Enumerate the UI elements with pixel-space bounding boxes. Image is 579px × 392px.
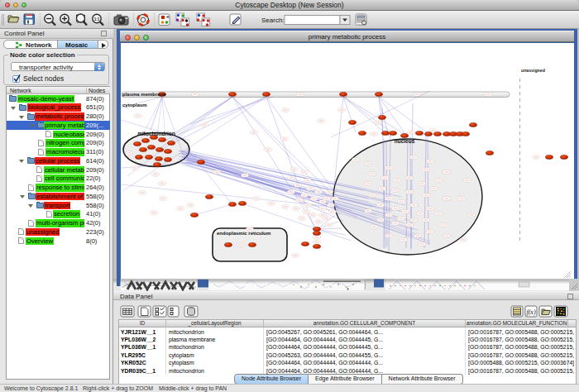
svg-text:nucleus: nucleus [395,138,415,144]
svg-text:f(x): f(x) [526,308,535,316]
svg-text:unassigned: unassigned [521,68,545,73]
svg-text:cytoplasm: cytoplasm [122,103,147,108]
svg-text:1:1: 1:1 [94,17,100,22]
svg-text:mitochondrion: mitochondrion [137,131,175,136]
svg-text:endoplasmic reticulum: endoplasmic reticulum [217,231,270,236]
svg-text:Search:: Search: [261,17,285,24]
svg-text:plasma membrane: plasma membrane [122,92,166,97]
